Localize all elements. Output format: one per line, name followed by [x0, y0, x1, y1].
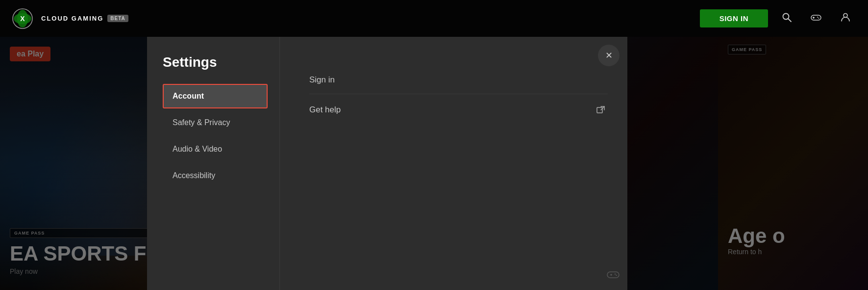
close-icon: ✕ — [605, 50, 613, 61]
close-button[interactable]: ✕ — [598, 45, 620, 66]
xbox-logo: X — [12, 8, 33, 29]
menu-item-audio-video[interactable]: Audio & Video — [163, 137, 268, 161]
search-button[interactable] — [776, 8, 797, 29]
menu-item-safety-privacy[interactable]: Safety & Privacy — [163, 110, 268, 135]
svg-point-19 — [615, 273, 616, 274]
panel-controller-icon — [607, 269, 620, 282]
controller-icon — [811, 13, 821, 24]
svg-point-12 — [818, 18, 819, 19]
get-help-item[interactable]: Get help — [309, 94, 608, 126]
svg-line-6 — [789, 19, 792, 22]
beta-badge: BETA — [107, 15, 128, 22]
settings-content: Sign in Get help — [279, 37, 627, 290]
menu-item-accessibility[interactable]: Accessibility — [163, 163, 268, 188]
account-button[interactable] — [835, 8, 856, 29]
sign-in-button[interactable]: SIGN IN — [700, 9, 768, 27]
account-icon — [841, 12, 850, 25]
settings-panel: Settings Account Safety & Privacy Audio … — [147, 37, 627, 290]
svg-point-11 — [817, 17, 818, 18]
search-icon — [782, 12, 792, 25]
svg-point-20 — [616, 275, 617, 276]
cloud-gaming-label: CLOUD GAMING BETA — [41, 15, 128, 22]
get-help-label: Get help — [309, 105, 341, 115]
svg-rect-16 — [607, 272, 619, 278]
controller-button[interactable] — [805, 8, 827, 29]
svg-rect-14 — [597, 107, 602, 113]
sign-in-item[interactable]: Sign in — [309, 66, 608, 94]
svg-point-5 — [783, 14, 789, 20]
cloud-gaming-text: CLOUD GAMING — [41, 15, 103, 22]
svg-text:X: X — [20, 15, 25, 23]
sign-in-label: Sign in — [309, 75, 335, 85]
navbar: X CLOUD GAMING BETA SIGN IN — [0, 0, 868, 37]
menu-item-account[interactable]: Account — [163, 84, 268, 108]
settings-title: Settings — [163, 54, 268, 70]
external-link-icon — [594, 103, 608, 117]
settings-sidebar: Settings Account Safety & Privacy Audio … — [147, 37, 279, 290]
